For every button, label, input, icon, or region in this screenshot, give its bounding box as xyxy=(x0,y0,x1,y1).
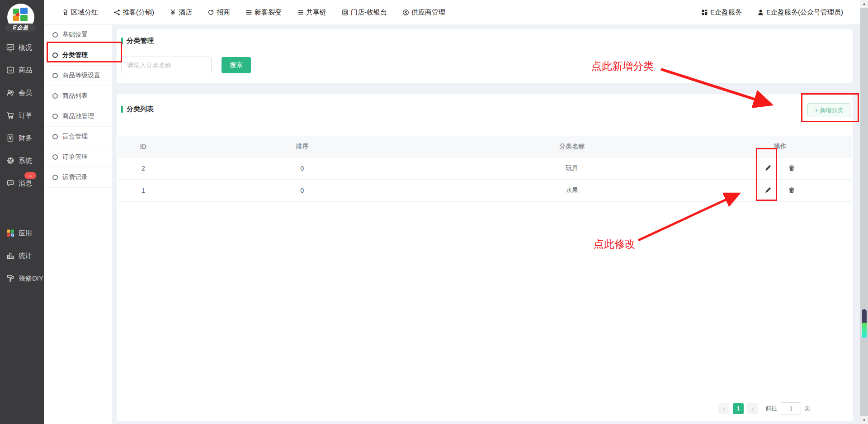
sidebar-item-label: 概况 xyxy=(19,43,32,52)
sidebar-item-apps[interactable]: 应用 xyxy=(0,222,44,244)
topnav-item-distribution[interactable]: 推客(分销) xyxy=(113,8,154,17)
topnav-label: 酒店 xyxy=(179,8,192,17)
prev-page-button[interactable]: ‹ xyxy=(718,403,729,414)
sidebar-item-finance[interactable]: 财务 xyxy=(0,127,44,149)
sidebar-item-label: 应用 xyxy=(19,229,32,238)
goto-label: 前往 xyxy=(765,405,777,413)
submenu-item-category-management[interactable]: 分类管理 xyxy=(44,45,112,66)
delete-button[interactable] xyxy=(788,186,797,195)
sidebar-item-overview[interactable]: 概况 xyxy=(0,36,44,59)
sidebar-item-label: 系统 xyxy=(19,157,32,165)
cell-id: 1 xyxy=(118,187,169,194)
delete-button[interactable] xyxy=(788,164,797,173)
column-header-actions: 操作 xyxy=(708,143,852,151)
add-category-button[interactable]: + 新增分类 xyxy=(807,103,850,117)
list-card-title-text: 分类列表 xyxy=(127,105,154,114)
table-header-row: ID 排序 分类名称 操作 xyxy=(118,136,852,157)
radio-circle-icon xyxy=(52,32,58,38)
filter-card-title: 分类管理 xyxy=(121,37,154,45)
topbar-account-label: E企盈服务(公众号管理员) xyxy=(766,8,843,17)
message-badge: ... xyxy=(24,172,36,179)
radio-circle-icon xyxy=(52,114,58,119)
topnav: 区域分红 推客(分销) 酒店 招商 新客裂变 共享链 xyxy=(44,8,445,17)
column-header-sort: 排序 xyxy=(169,143,436,151)
radio-circle-icon xyxy=(52,154,58,160)
submenu-item-blind-box[interactable]: 盲盒管理 xyxy=(44,127,112,147)
secondary-sidebar: 基础设置 分类管理 商品等级设置 商品列表 商品池管理 盲盒管理 订单管理 运费… xyxy=(44,25,112,424)
cell-id: 2 xyxy=(118,165,169,172)
topnav-label: 新客裂变 xyxy=(255,8,282,17)
cell-name: 玩具 xyxy=(435,164,708,172)
orders-icon xyxy=(6,111,15,120)
sidebar-item-label: 订单 xyxy=(19,111,32,120)
submenu-item-goods-list[interactable]: 商品列表 xyxy=(44,86,112,106)
sidebar-item-system[interactable]: 系统 xyxy=(0,149,44,172)
category-table: ID 排序 分类名称 操作 2 0 玩具 1 0 水果 xyxy=(118,136,852,202)
radio-circle-icon xyxy=(52,175,58,180)
submenu-item-goods-level[interactable]: 商品等级设置 xyxy=(44,66,112,86)
submenu-item-goods-pool[interactable]: 商品池管理 xyxy=(44,106,112,127)
column-header-id: ID xyxy=(118,143,169,150)
plus-icon: + xyxy=(815,107,818,114)
submenu-label: 商品等级设置 xyxy=(62,71,100,80)
scroll-down-arrow-icon[interactable]: ▼ xyxy=(860,416,868,424)
topnav-item-investment[interactable]: 招商 xyxy=(208,8,230,17)
sidebar-item-members[interactable]: 会员 xyxy=(0,81,44,104)
cell-sort: 0 xyxy=(169,187,436,194)
award-icon xyxy=(62,9,69,16)
logo-text: E企盈 xyxy=(5,24,36,32)
submenu-item-freight-records[interactable]: 运费记录 xyxy=(44,167,112,188)
current-page-button[interactable]: 1 xyxy=(733,403,744,414)
pencil-icon xyxy=(765,187,771,193)
main-sidebar: E企盈 概况 商品 会员 订单 财务 xyxy=(0,0,44,424)
vertical-scrollbar[interactable]: ▲ ▼ xyxy=(860,0,868,424)
sidebar-item-stats[interactable]: 统计 xyxy=(0,244,44,267)
edit-button[interactable] xyxy=(764,164,773,173)
sidebar-item-diy[interactable]: 装修DIY xyxy=(0,267,44,290)
topnav-item-region-bonus[interactable]: 区域分红 xyxy=(62,8,98,17)
radio-circle-icon xyxy=(52,93,58,99)
menu-lines-icon xyxy=(245,9,252,16)
edit-button[interactable] xyxy=(764,186,773,195)
topnav-item-store-cashier[interactable]: 门店-收银台 xyxy=(342,8,387,17)
topnav-label: 门店-收银台 xyxy=(351,8,387,17)
submenu-item-basic-settings[interactable]: 基础设置 xyxy=(44,25,112,45)
sidebar-item-goods[interactable]: 商品 xyxy=(0,59,44,81)
stats-icon xyxy=(6,251,15,260)
sidebar-item-orders[interactable]: 订单 xyxy=(0,104,44,127)
sidebar-menu: 概况 商品 会员 订单 财务 系统 xyxy=(0,36,44,290)
table-row: 2 0 玩具 xyxy=(118,157,852,180)
radio-circle-icon xyxy=(52,134,58,139)
sidebar-item-messages[interactable]: 消息 ... xyxy=(0,172,44,195)
search-button[interactable]: 搜索 xyxy=(222,57,251,73)
table-row: 1 0 水果 xyxy=(118,180,852,202)
topnav-item-sharechain[interactable]: 共享链 xyxy=(297,8,326,17)
submenu-label: 商品池管理 xyxy=(62,112,94,120)
topbar-service-menu[interactable]: E企盈服务 xyxy=(701,8,742,17)
submenu-label: 盲盒管理 xyxy=(62,133,88,141)
topbar-service-label: E企盈服务 xyxy=(710,8,742,17)
topbar-account-menu[interactable]: E企盈服务(公众号管理员) xyxy=(757,8,843,17)
grid-icon xyxy=(701,9,708,16)
members-icon xyxy=(6,88,15,97)
topnav-label: 推客(分销) xyxy=(123,8,154,17)
goto-page-input[interactable] xyxy=(781,402,801,414)
sidebar-item-label: 统计 xyxy=(19,252,32,260)
pagination: ‹ 1 › 前往 页 xyxy=(718,402,811,414)
trash-icon xyxy=(788,164,796,172)
store-icon xyxy=(342,9,349,16)
next-page-button[interactable]: › xyxy=(747,403,758,414)
submenu-item-order-management[interactable]: 订单管理 xyxy=(44,147,112,167)
system-icon xyxy=(6,156,15,165)
topnav-item-fission[interactable]: 新客裂变 xyxy=(245,8,282,17)
scroll-up-arrow-icon[interactable]: ▲ xyxy=(860,0,868,8)
yen-icon xyxy=(170,9,176,16)
app-root: E企盈 概况 商品 会员 订单 财务 xyxy=(0,0,868,424)
category-name-input[interactable] xyxy=(121,57,212,73)
topnav-item-hotel[interactable]: 酒店 xyxy=(170,8,192,17)
radio-circle-icon xyxy=(52,52,58,58)
finance-icon xyxy=(6,133,15,143)
topnav-item-supplier[interactable]: 供应商管理 xyxy=(402,8,445,17)
scrollbar-thumb[interactable] xyxy=(861,309,867,338)
message-icon xyxy=(6,179,15,188)
